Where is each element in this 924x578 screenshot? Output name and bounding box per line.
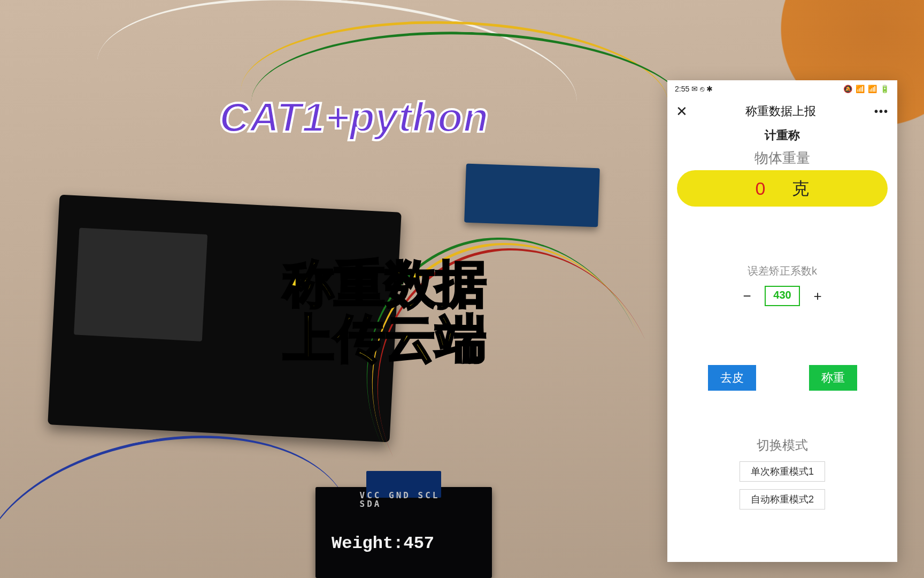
status-right-icons: 🔕 📶 📶 🔋: [843, 85, 890, 93]
title-bar: ✕ 称重数据上报 •••: [667, 97, 897, 125]
overlay-caption-line1: 称重数据: [283, 255, 487, 312]
tare-button[interactable]: 去皮: [708, 365, 756, 391]
oled-pin-labels: VCC GND SCL SDA: [360, 491, 448, 508]
weight-unit: 克: [792, 180, 809, 197]
menu-icon[interactable]: •••: [874, 106, 889, 117]
weigh-button[interactable]: 称重: [809, 365, 857, 391]
phone-app: 2:55 ✉ ⎋ ✱ 🔕 📶 📶 🔋 ✕ 称重数据上报 ••• 计重称 物体重量…: [667, 80, 897, 562]
action-buttons: 去皮 称重: [667, 365, 897, 391]
mode-label: 切换模式: [667, 439, 897, 452]
status-time: 2:55 ✉ ⎋ ✱: [675, 85, 713, 93]
oled-weight-text: Weight:457: [332, 535, 434, 552]
app-subtitle: 计重称: [667, 125, 897, 151]
mode-auto-button[interactable]: 自动称重模式2: [740, 489, 825, 509]
k-minus-button[interactable]: −: [739, 288, 755, 304]
weight-label: 物体重量: [667, 151, 897, 165]
hx711-module: [464, 164, 600, 227]
overlay-caption-main: 称重数据 上传云端: [283, 257, 487, 366]
status-left-icons: ✉ ⎋ ✱: [691, 85, 713, 93]
status-bar: 2:55 ✉ ⎋ ✱ 🔕 📶 📶 🔋: [667, 80, 897, 97]
weight-display: 0 克: [677, 170, 888, 207]
k-value[interactable]: 430: [765, 286, 800, 306]
overlay-caption-top: CAT1+python: [219, 96, 488, 138]
weight-value: 0: [756, 179, 766, 197]
page-title: 称重数据上报: [745, 105, 816, 117]
k-stepper: − 430 +: [667, 286, 897, 306]
mode-single-button[interactable]: 单次称重模式1: [740, 461, 825, 482]
k-coefficient-label: 误差矫正系数k: [667, 265, 897, 276]
mode-buttons: 单次称重模式1 自动称重模式2: [667, 461, 897, 509]
overlay-caption-line2: 上传云端: [283, 310, 487, 367]
close-icon[interactable]: ✕: [676, 104, 688, 118]
k-plus-button[interactable]: +: [810, 288, 826, 304]
oled-display: VCC GND SCL SDA Weight:457: [315, 487, 492, 578]
